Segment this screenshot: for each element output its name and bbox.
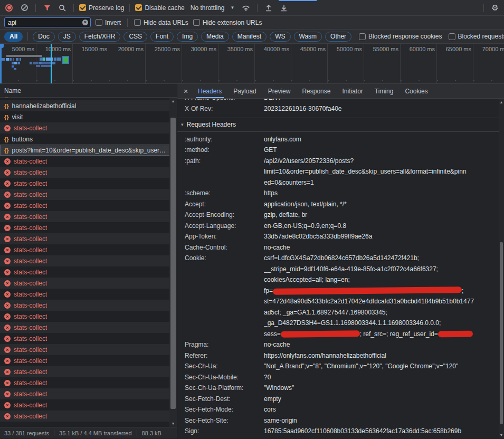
blocked-response-cookies-checkbox[interactable]: Blocked response cookies (359, 33, 442, 40)
disable-cache-checkbox[interactable]: Disable cache (135, 4, 184, 12)
request-row[interactable]: ×stats-collect (0, 222, 177, 233)
request-headers-section-header[interactable]: ▾ Request Headers (177, 118, 499, 131)
filter-pill-manifest[interactable]: Manifest (232, 32, 267, 42)
filter-input[interactable] (6, 19, 82, 26)
filter-input-box[interactable]: × (4, 17, 91, 27)
network-conditions-button[interactable] (240, 2, 252, 14)
request-row[interactable]: ×stats-collect (0, 200, 177, 211)
waterfall-bar (12, 62, 14, 64)
request-row[interactable]: ×stats-collect (0, 377, 177, 388)
request-row[interactable]: ×stats-collect (0, 333, 177, 344)
request-row[interactable]: {}posts?limit=10&order=publish_date_desc… (0, 145, 177, 156)
network-overview-timeline[interactable]: 5000 ms10000 ms15000 ms20000 ms25000 ms3… (0, 44, 504, 84)
preserve-log-checkbox[interactable]: Preserve log (79, 4, 124, 12)
filter-pill-fetch-xhr[interactable]: Fetch/XHR (79, 32, 121, 42)
selection-handle[interactable] (0, 44, 4, 48)
filter-pill-other[interactable]: Other (325, 32, 351, 42)
request-row[interactable]: {}visit (0, 111, 177, 122)
filter-pill-ws[interactable]: WS (270, 32, 290, 42)
request-row[interactable]: ×stats-collect (0, 189, 177, 200)
timeline-minor-tick (146, 80, 147, 81)
timeline-tick-label: 55000 ms (373, 46, 398, 52)
name-column-header[interactable]: Name (0, 84, 177, 98)
request-row[interactable]: ×stats-collect (0, 322, 177, 333)
tab-headers[interactable]: Headers (192, 84, 227, 98)
scroll-up-arrow-icon[interactable]: ▲ (169, 98, 177, 104)
search-button[interactable] (56, 2, 68, 14)
clear-icon (21, 4, 28, 11)
header-value-line: https://onlyfans.com/hannahelizabethoffi… (264, 350, 499, 361)
close-details-button[interactable]: × (179, 87, 192, 96)
tab-timing[interactable]: Timing (369, 84, 400, 98)
request-row[interactable]: ×stats-collect (0, 399, 177, 411)
scrollbar-thumb[interactable] (500, 242, 503, 424)
import-har-button[interactable] (263, 2, 274, 14)
request-row[interactable]: {}buttons (0, 133, 177, 145)
header-key: Sign: (185, 426, 264, 437)
request-row[interactable]: ×stats-collect (0, 411, 177, 422)
tab-payload[interactable]: Payload (227, 84, 262, 98)
tab-response[interactable]: Response (296, 84, 336, 98)
clear-filter-icon[interactable]: × (82, 20, 88, 25)
header-row: :method:GET (177, 145, 499, 156)
scrollbar-thumb[interactable] (170, 118, 176, 409)
waterfall-bar (52, 62, 55, 64)
checkbox-unchecked-icon (96, 19, 102, 26)
request-row[interactable]: ×stats-collect (0, 255, 177, 266)
hide-data-urls-checkbox[interactable]: Hide data URLs (134, 19, 188, 26)
filter-pill-font[interactable]: Font (150, 32, 174, 42)
checkbox-label: Blocked response cookies (368, 33, 442, 40)
filter-pill-wasm[interactable]: Wasm (294, 32, 322, 42)
request-row[interactable]: ×stats-collect (0, 244, 177, 255)
filter-pill-img[interactable]: Img (177, 32, 198, 42)
tab-cookies[interactable]: Cookies (399, 84, 433, 98)
throttling-dropdown[interactable]: No throttling ▼ (191, 4, 235, 12)
filter-pill-js[interactable]: JS (58, 32, 76, 42)
scroll-down-arrow-icon[interactable]: ▼ (499, 432, 504, 438)
scroll-down-arrow-icon[interactable]: ▼ (169, 420, 177, 427)
request-row[interactable]: ×stats-collect (0, 388, 177, 399)
request-row[interactable]: ×stats-collect (0, 278, 177, 289)
timeline-gridline (109, 44, 109, 83)
request-name: stats-collect (14, 368, 47, 376)
request-row[interactable]: ×stats-collect (0, 156, 177, 167)
invert-label: Invert (105, 19, 121, 26)
request-row[interactable]: {}hannahelizabethofficial (0, 100, 177, 111)
tab-preview[interactable]: Preview (262, 84, 297, 98)
filter-pill-css[interactable]: CSS (123, 32, 147, 42)
request-row[interactable]: ×stats-collect (0, 266, 177, 278)
filter-pill-all[interactable]: All (4, 32, 23, 42)
blocked-requests-checkbox[interactable]: Blocked requests (449, 33, 504, 40)
filter-pill-media[interactable]: Media (201, 32, 229, 42)
selection-start-line (0, 44, 2, 84)
header-value: onlyfans.com (264, 134, 499, 145)
devtools-settings-button[interactable]: ⚙ (489, 2, 501, 14)
record-network-log-button[interactable] (3, 2, 15, 14)
request-row[interactable]: ×stats-collect (0, 178, 177, 189)
request-row[interactable]: ×stats-collect (0, 300, 177, 311)
request-list-scrollbar[interactable]: ▲ ▼ (169, 98, 177, 427)
filter-pill-doc[interactable]: Doc (33, 32, 54, 42)
hide-extension-urls-checkbox[interactable]: Hide extension URLs (193, 19, 262, 26)
header-row: Sec-Fetch-Site:same-origin (177, 415, 499, 426)
request-name: stats-collect (14, 402, 47, 409)
request-row[interactable]: ×stats-collect (0, 167, 177, 178)
request-row[interactable]: ×stats-collect (0, 289, 177, 300)
invert-checkbox[interactable]: Invert (96, 19, 121, 26)
request-row[interactable]: ×stats-collect (0, 355, 177, 366)
request-row[interactable]: ×stats-collect (0, 344, 177, 355)
request-row[interactable]: ×stats-collect (0, 211, 177, 222)
request-json-icon: {} (4, 136, 9, 142)
timeline-minor-tick (491, 80, 492, 81)
request-row[interactable]: ×stats-collect (0, 233, 177, 244)
details-scrollbar[interactable]: ▲ ▼ (499, 99, 504, 438)
request-row[interactable]: ×stats-collect (0, 122, 177, 133)
header-value: no-cache (264, 339, 499, 350)
tab-initiator[interactable]: Initiator (336, 84, 368, 98)
request-row[interactable]: ×stats-collect (0, 311, 177, 322)
filter-toggle-button[interactable] (41, 2, 53, 14)
scroll-up-arrow-icon[interactable]: ▲ (499, 99, 504, 106)
export-har-button[interactable] (278, 2, 290, 14)
request-row[interactable]: ×stats-collect (0, 366, 177, 377)
clear-network-log-button[interactable] (18, 2, 30, 14)
